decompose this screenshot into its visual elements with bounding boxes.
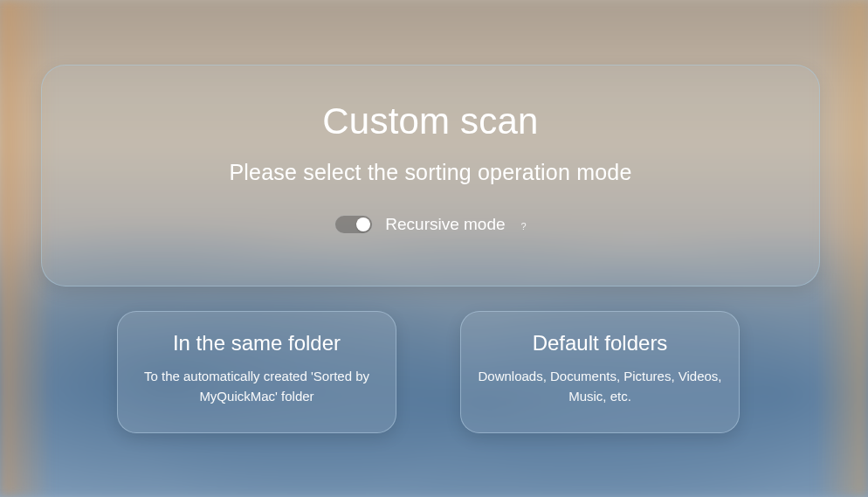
option-same-folder[interactable]: In the same folder To the automatically … xyxy=(117,311,396,433)
toggle-knob xyxy=(356,217,370,231)
content: Custom scan Please select the sorting op… xyxy=(0,0,868,497)
recursive-mode-toggle[interactable] xyxy=(334,215,373,234)
recursive-mode-row: Recursive mode ? xyxy=(334,215,526,234)
option-same-folder-desc: To the automatically created 'Sorted by … xyxy=(118,366,396,407)
option-default-folders-title: Default folders xyxy=(533,331,668,355)
recursive-mode-label: Recursive mode xyxy=(385,215,505,234)
option-default-folders[interactable]: Default folders Downloads, Documents, Pi… xyxy=(460,311,740,433)
option-default-folders-desc: Downloads, Documents, Pictures, Videos, … xyxy=(461,366,739,407)
option-same-folder-title: In the same folder xyxy=(173,331,341,355)
main-panel: Custom scan Please select the sorting op… xyxy=(41,65,820,286)
page-title: Custom scan xyxy=(322,100,538,142)
help-icon[interactable]: ? xyxy=(521,221,527,231)
page-subtitle: Please select the sorting operation mode xyxy=(229,160,631,185)
